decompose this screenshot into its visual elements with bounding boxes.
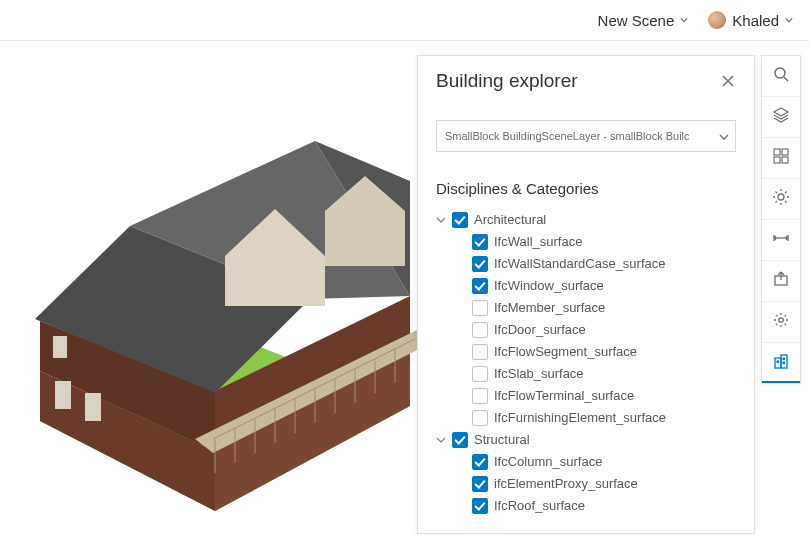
layers-icon [772,106,790,128]
app-header: New Scene Khaled [0,0,809,41]
category-tree: ArchitecturalIfcWall_surfaceIfcWallStand… [436,209,736,517]
checkbox[interactable] [472,322,488,338]
panel-title: Building explorer [436,70,578,92]
checkbox[interactable] [472,278,488,294]
svg-rect-27 [774,149,780,155]
basemap-icon [772,147,790,169]
user-name: Khaled [732,12,779,29]
measure-icon [772,229,790,251]
tree-item: IfcMember_surface [436,297,736,319]
svg-rect-29 [774,157,780,163]
tool-settings-button[interactable] [762,302,800,343]
building-icon [772,352,790,374]
checkbox[interactable] [452,432,468,448]
checkbox[interactable] [472,498,488,514]
scene-name: New Scene [598,12,675,29]
tree-item: IfcFlowTerminal_surface [436,385,736,407]
close-button[interactable] [720,73,736,89]
tree-item: IfcFurnishingElement_surface [436,407,736,429]
svg-line-38 [785,192,787,194]
svg-rect-47 [777,361,779,363]
tool-daylight-button[interactable] [762,179,800,220]
right-toolbar [761,55,801,384]
layer-select[interactable]: SmallBlock BuildingSceneLayer - smallBlo… [436,120,736,152]
svg-point-31 [778,194,784,200]
svg-line-36 [776,192,778,194]
tool-share-button[interactable] [762,261,800,302]
svg-rect-46 [781,355,787,368]
svg-rect-30 [782,157,788,163]
panel-header: Building explorer [436,70,736,92]
checkbox[interactable] [472,476,488,492]
avatar [708,11,726,29]
user-dropdown[interactable]: Khaled [708,11,793,29]
checkbox[interactable] [472,366,488,382]
svg-rect-49 [783,362,785,364]
tree-label[interactable]: IfcWall_surface [494,231,582,253]
checkbox[interactable] [472,300,488,316]
tree-label[interactable]: IfcWindow_surface [494,275,604,297]
tree-label[interactable]: ifcElementProxy_surface [494,473,638,495]
checkbox[interactable] [472,454,488,470]
tree-group: Architectural [436,209,736,231]
svg-rect-12 [85,393,101,421]
chevron-down-icon [719,132,727,140]
tree-item: IfcWallStandardCase_surface [436,253,736,275]
checkbox[interactable] [472,410,488,426]
tree-label[interactable]: IfcFlowSegment_surface [494,341,637,363]
checkbox[interactable] [472,344,488,360]
share-icon [772,270,790,292]
tree-label[interactable]: IfcWallStandardCase_surface [494,253,666,275]
gear-icon [772,311,790,333]
tree-item: IfcRoof_surface [436,495,736,517]
tree-label[interactable]: IfcDoor_surface [494,319,586,341]
tool-layers-button[interactable] [762,97,800,138]
chevron-down-icon [680,16,688,24]
tree-item: IfcWall_surface [436,231,736,253]
tool-basemap-button[interactable] [762,138,800,179]
tree-label[interactable]: Architectural [474,209,546,231]
checkbox[interactable] [472,388,488,404]
svg-line-26 [784,77,788,81]
svg-point-44 [779,318,783,322]
section-title: Disciplines & Categories [436,180,736,197]
scene-dropdown[interactable]: New Scene [598,12,689,29]
search-icon [772,65,790,87]
daylight-icon [772,188,790,210]
tool-building-button[interactable] [762,343,800,383]
svg-point-25 [775,68,785,78]
checkbox[interactable] [472,256,488,272]
building-explorer-panel: Building explorer SmallBlock BuildingSce… [417,55,755,534]
tree-label[interactable]: IfcFlowTerminal_surface [494,385,634,407]
tree-label[interactable]: IfcColumn_surface [494,451,602,473]
svg-rect-28 [782,149,788,155]
tree-item: IfcColumn_surface [436,451,736,473]
tree-label[interactable]: IfcMember_surface [494,297,605,319]
tree-label[interactable]: IfcSlab_surface [494,363,584,385]
tree-label[interactable]: IfcRoof_surface [494,495,585,517]
chevron-down-icon [785,16,793,24]
svg-rect-13 [53,336,67,358]
tree-label[interactable]: IfcFurnishingElement_surface [494,407,666,429]
tool-measure-button[interactable] [762,220,800,261]
tree-item: IfcFlowSegment_surface [436,341,736,363]
tree-group: Structural [436,429,736,451]
expand-toggle[interactable] [436,435,446,445]
svg-line-39 [776,201,778,203]
tree-item: ifcElementProxy_surface [436,473,736,495]
tree-item: IfcWindow_surface [436,275,736,297]
main-area: Building explorer SmallBlock BuildingSce… [0,41,809,535]
svg-rect-11 [55,381,71,409]
layer-select-value: SmallBlock BuildingSceneLayer - smallBlo… [445,130,690,142]
tree-item: IfcSlab_surface [436,363,736,385]
checkbox[interactable] [472,234,488,250]
expand-toggle[interactable] [436,215,446,225]
tree-label[interactable]: Structural [474,429,530,451]
svg-line-37 [785,201,787,203]
tool-search-button[interactable] [762,56,800,97]
svg-rect-48 [783,358,785,360]
tree-item: IfcDoor_surface [436,319,736,341]
checkbox[interactable] [452,212,468,228]
